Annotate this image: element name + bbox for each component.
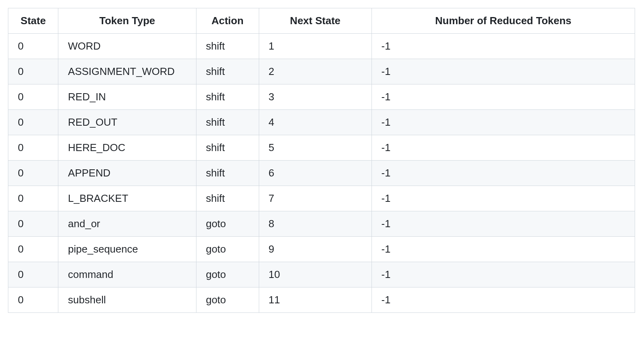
header-next-state: Next State: [259, 8, 372, 34]
header-reduced-tokens: Number of Reduced Tokens: [372, 8, 635, 34]
table-row: 0 and_or goto 8 -1: [8, 211, 635, 237]
cell-action: shift: [196, 110, 259, 135]
cell-next-state: 1: [259, 34, 372, 59]
cell-token-type: APPEND: [58, 161, 196, 186]
table-row: 0 RED_OUT shift 4 -1: [8, 110, 635, 135]
cell-next-state: 6: [259, 161, 372, 186]
cell-action: shift: [196, 186, 259, 211]
header-state: State: [8, 8, 58, 34]
cell-reduced: -1: [372, 186, 635, 211]
cell-token-type: RED_IN: [58, 84, 196, 110]
cell-token-type: ASSIGNMENT_WORD: [58, 59, 196, 84]
table-row: 0 L_BRACKET shift 7 -1: [8, 186, 635, 211]
cell-token-type: RED_OUT: [58, 110, 196, 135]
table-body: 0 WORD shift 1 -1 0 ASSIGNMENT_WORD shif…: [8, 34, 635, 313]
cell-reduced: -1: [372, 237, 635, 262]
cell-token-type: WORD: [58, 34, 196, 59]
cell-next-state: 3: [259, 84, 372, 110]
cell-reduced: -1: [372, 287, 635, 313]
cell-next-state: 5: [259, 135, 372, 161]
table-row: 0 HERE_DOC shift 5 -1: [8, 135, 635, 161]
cell-action: shift: [196, 84, 259, 110]
table-row: 0 command goto 10 -1: [8, 262, 635, 287]
cell-reduced: -1: [372, 34, 635, 59]
cell-state: 0: [8, 110, 58, 135]
cell-token-type: pipe_sequence: [58, 237, 196, 262]
cell-state: 0: [8, 186, 58, 211]
cell-reduced: -1: [372, 59, 635, 84]
table-row: 0 RED_IN shift 3 -1: [8, 84, 635, 110]
header-token-type: Token Type: [58, 8, 196, 34]
parse-table: State Token Type Action Next State Numbe…: [8, 8, 635, 313]
cell-reduced: -1: [372, 135, 635, 161]
cell-action: shift: [196, 161, 259, 186]
header-action: Action: [196, 8, 259, 34]
cell-action: goto: [196, 262, 259, 287]
cell-token-type: subshell: [58, 287, 196, 313]
cell-reduced: -1: [372, 262, 635, 287]
cell-next-state: 10: [259, 262, 372, 287]
cell-state: 0: [8, 84, 58, 110]
cell-state: 0: [8, 237, 58, 262]
cell-next-state: 11: [259, 287, 372, 313]
cell-token-type: command: [58, 262, 196, 287]
cell-state: 0: [8, 287, 58, 313]
table-row: 0 pipe_sequence goto 9 -1: [8, 237, 635, 262]
cell-action: goto: [196, 287, 259, 313]
cell-token-type: L_BRACKET: [58, 186, 196, 211]
cell-next-state: 9: [259, 237, 372, 262]
table-row: 0 WORD shift 1 -1: [8, 34, 635, 59]
cell-reduced: -1: [372, 110, 635, 135]
cell-next-state: 7: [259, 186, 372, 211]
cell-reduced: -1: [372, 84, 635, 110]
table-row: 0 APPEND shift 6 -1: [8, 161, 635, 186]
cell-next-state: 8: [259, 211, 372, 237]
cell-action: shift: [196, 34, 259, 59]
cell-action: shift: [196, 135, 259, 161]
table-row: 0 ASSIGNMENT_WORD shift 2 -1: [8, 59, 635, 84]
cell-action: shift: [196, 59, 259, 84]
cell-next-state: 2: [259, 59, 372, 84]
table-header-row: State Token Type Action Next State Numbe…: [8, 8, 635, 34]
cell-reduced: -1: [372, 211, 635, 237]
cell-next-state: 4: [259, 110, 372, 135]
cell-state: 0: [8, 211, 58, 237]
table-row: 0 subshell goto 11 -1: [8, 287, 635, 313]
cell-action: goto: [196, 211, 259, 237]
cell-state: 0: [8, 262, 58, 287]
cell-reduced: -1: [372, 161, 635, 186]
cell-state: 0: [8, 161, 58, 186]
cell-state: 0: [8, 34, 58, 59]
cell-state: 0: [8, 59, 58, 84]
cell-action: goto: [196, 237, 259, 262]
cell-state: 0: [8, 135, 58, 161]
cell-token-type: HERE_DOC: [58, 135, 196, 161]
cell-token-type: and_or: [58, 211, 196, 237]
